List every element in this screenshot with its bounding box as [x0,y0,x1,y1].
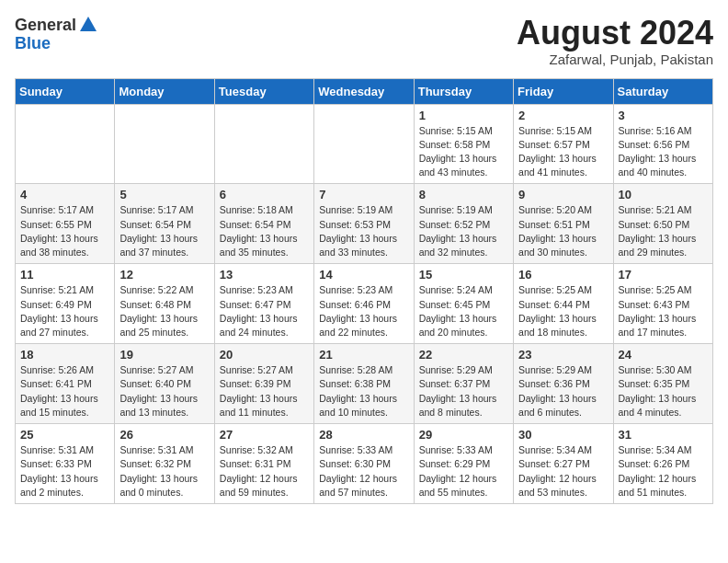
table-row: 11Sunrise: 5:21 AM Sunset: 6:49 PM Dayli… [16,264,115,344]
table-row: 12Sunrise: 5:22 AM Sunset: 6:48 PM Dayli… [115,264,214,344]
day-info: Sunrise: 5:30 AM Sunset: 6:35 PM Dayligh… [619,363,708,419]
day-number: 18 [20,348,109,362]
calendar-week-row: 1Sunrise: 5:15 AM Sunset: 6:58 PM Daylig… [16,104,713,184]
table-row: 15Sunrise: 5:24 AM Sunset: 6:45 PM Dayli… [414,264,513,344]
day-number: 21 [319,348,408,362]
day-info: Sunrise: 5:15 AM Sunset: 6:58 PM Dayligh… [419,124,508,180]
table-row: 10Sunrise: 5:21 AM Sunset: 6:50 PM Dayli… [613,184,712,264]
calendar-week-row: 18Sunrise: 5:26 AM Sunset: 6:41 PM Dayli… [16,344,713,424]
day-number: 5 [119,188,209,201]
table-row: 31Sunrise: 5:34 AM Sunset: 6:26 PM Dayli… [613,424,712,504]
table-row [314,104,414,184]
day-number: 31 [619,428,708,442]
header-friday: Friday [514,78,613,104]
day-number: 19 [119,348,209,362]
day-number: 1 [419,109,508,122]
day-number: 15 [419,268,508,282]
day-info: Sunrise: 5:22 AM Sunset: 6:48 PM Dayligh… [119,283,209,339]
day-number: 14 [319,268,408,282]
day-number: 30 [518,428,608,442]
day-info: Sunrise: 5:23 AM Sunset: 6:46 PM Dayligh… [319,283,408,339]
day-info: Sunrise: 5:34 AM Sunset: 6:27 PM Dayligh… [518,443,608,500]
day-number: 20 [220,348,309,362]
day-info: Sunrise: 5:32 AM Sunset: 6:31 PM Dayligh… [220,443,309,500]
location-subtitle: Zafarwal, Punjab, Pakistan [517,52,713,67]
day-number: 4 [20,188,109,201]
table-row: 26Sunrise: 5:31 AM Sunset: 6:32 PM Dayli… [115,424,214,504]
day-number: 24 [619,348,708,362]
table-row: 17Sunrise: 5:25 AM Sunset: 6:43 PM Dayli… [613,264,712,344]
table-row: 25Sunrise: 5:31 AM Sunset: 6:33 PM Dayli… [16,424,115,504]
table-row: 5Sunrise: 5:17 AM Sunset: 6:54 PM Daylig… [115,184,214,264]
table-row: 28Sunrise: 5:33 AM Sunset: 6:30 PM Dayli… [314,424,414,504]
day-info: Sunrise: 5:23 AM Sunset: 6:47 PM Dayligh… [220,283,309,339]
day-number: 11 [20,268,109,282]
table-row: 2Sunrise: 5:15 AM Sunset: 6:57 PM Daylig… [514,104,613,184]
day-number: 22 [419,348,508,362]
table-row: 3Sunrise: 5:16 AM Sunset: 6:56 PM Daylig… [613,104,712,184]
day-number: 3 [619,109,708,122]
logo-blue-text: Blue [15,35,51,52]
day-number: 7 [319,188,408,201]
day-info: Sunrise: 5:17 AM Sunset: 6:55 PM Dayligh… [20,203,109,259]
day-info: Sunrise: 5:18 AM Sunset: 6:54 PM Dayligh… [220,203,309,259]
day-info: Sunrise: 5:19 AM Sunset: 6:53 PM Dayligh… [319,203,408,259]
logo-icon [78,15,98,35]
logo-general-text: General [15,17,76,33]
calendar-week-row: 11Sunrise: 5:21 AM Sunset: 6:49 PM Dayli… [16,264,713,344]
day-info: Sunrise: 5:27 AM Sunset: 6:39 PM Dayligh… [220,363,309,419]
header-thursday: Thursday [414,78,513,104]
day-info: Sunrise: 5:34 AM Sunset: 6:26 PM Dayligh… [619,443,708,500]
table-row: 21Sunrise: 5:28 AM Sunset: 6:38 PM Dayli… [314,344,414,424]
day-info: Sunrise: 5:19 AM Sunset: 6:52 PM Dayligh… [419,203,508,259]
table-row: 4Sunrise: 5:17 AM Sunset: 6:55 PM Daylig… [16,184,115,264]
day-info: Sunrise: 5:31 AM Sunset: 6:33 PM Dayligh… [20,443,109,500]
logo: General Blue [15,15,98,52]
day-number: 28 [319,428,408,442]
day-info: Sunrise: 5:33 AM Sunset: 6:30 PM Dayligh… [319,443,408,500]
header-wednesday: Wednesday [314,78,414,104]
day-number: 17 [619,268,708,282]
day-number: 16 [518,268,608,282]
table-row [115,104,214,184]
table-row: 19Sunrise: 5:27 AM Sunset: 6:40 PM Dayli… [115,344,214,424]
day-info: Sunrise: 5:28 AM Sunset: 6:38 PM Dayligh… [319,363,408,419]
day-number: 13 [220,268,309,282]
day-info: Sunrise: 5:27 AM Sunset: 6:40 PM Dayligh… [119,363,209,419]
month-year-title: August 2024 [517,15,713,52]
calendar-table: Sunday Monday Tuesday Wednesday Thursday… [15,78,713,504]
table-row: 27Sunrise: 5:32 AM Sunset: 6:31 PM Dayli… [214,424,313,504]
day-info: Sunrise: 5:29 AM Sunset: 6:36 PM Dayligh… [518,363,608,419]
day-info: Sunrise: 5:16 AM Sunset: 6:56 PM Dayligh… [619,124,708,180]
table-row: 8Sunrise: 5:19 AM Sunset: 6:52 PM Daylig… [414,184,513,264]
day-info: Sunrise: 5:20 AM Sunset: 6:51 PM Dayligh… [518,203,608,259]
day-info: Sunrise: 5:25 AM Sunset: 6:43 PM Dayligh… [619,283,708,339]
svg-marker-0 [80,17,97,31]
day-info: Sunrise: 5:15 AM Sunset: 6:57 PM Dayligh… [518,124,608,180]
calendar-week-row: 25Sunrise: 5:31 AM Sunset: 6:33 PM Dayli… [16,424,713,504]
page-header: General Blue August 2024 Zafarwal, Punja… [15,15,713,67]
table-row: 30Sunrise: 5:34 AM Sunset: 6:27 PM Dayli… [514,424,613,504]
table-row: 20Sunrise: 5:27 AM Sunset: 6:39 PM Dayli… [214,344,313,424]
table-row: 16Sunrise: 5:25 AM Sunset: 6:44 PM Dayli… [514,264,613,344]
day-number: 10 [619,188,708,201]
day-number: 2 [518,109,608,122]
day-info: Sunrise: 5:29 AM Sunset: 6:37 PM Dayligh… [419,363,508,419]
day-number: 23 [518,348,608,362]
day-number: 6 [220,188,309,201]
day-info: Sunrise: 5:31 AM Sunset: 6:32 PM Dayligh… [119,443,209,500]
day-info: Sunrise: 5:26 AM Sunset: 6:41 PM Dayligh… [20,363,109,419]
table-row [214,104,313,184]
header-monday: Monday [115,78,214,104]
header-sunday: Sunday [16,78,115,104]
day-info: Sunrise: 5:25 AM Sunset: 6:44 PM Dayligh… [518,283,608,339]
table-row: 23Sunrise: 5:29 AM Sunset: 6:36 PM Dayli… [514,344,613,424]
day-number: 12 [119,268,209,282]
header-saturday: Saturday [613,78,712,104]
calendar-header-row: Sunday Monday Tuesday Wednesday Thursday… [16,78,713,104]
table-row [16,104,115,184]
table-row: 29Sunrise: 5:33 AM Sunset: 6:29 PM Dayli… [414,424,513,504]
day-number: 27 [220,428,309,442]
day-number: 8 [419,188,508,201]
day-info: Sunrise: 5:24 AM Sunset: 6:45 PM Dayligh… [419,283,508,339]
